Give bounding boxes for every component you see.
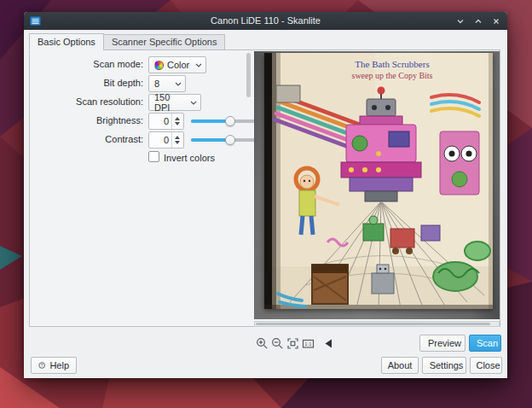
help-icon: ?: [38, 360, 45, 370]
scan-mode-label: Scan mode:: [27, 59, 143, 69]
help-button-label: Help: [49, 360, 69, 370]
color-wheel-icon: [154, 61, 164, 70]
brightness-value: 0: [149, 114, 171, 129]
invert-colors-checkbox[interactable]: [148, 151, 159, 162]
invert-colors-label: Invert colors: [164, 153, 215, 163]
preview-horizontal-scrollbar[interactable]: [254, 321, 500, 327]
zoom-out-icon[interactable]: [271, 337, 284, 350]
minimize-icon[interactable]: [455, 16, 466, 26]
svg-text:?: ?: [41, 364, 43, 368]
preview-button[interactable]: Preview: [419, 335, 466, 352]
scan-resolution-label: Scan resolution:: [27, 96, 143, 107]
settings-button-label: Settings: [430, 360, 464, 370]
window-title: Canon LiDE 110 - Skanlite: [75, 12, 456, 30]
zoom-fit-icon[interactable]: [286, 337, 299, 350]
scan-mode-select[interactable]: Color: [148, 56, 206, 73]
collapse-arrow-icon[interactable]: [322, 337, 335, 350]
scrollbar-thumb[interactable]: [256, 323, 490, 325]
zoom-actual-icon[interactable]: 1:1: [302, 337, 315, 350]
scan-mode-value: Color: [167, 60, 189, 70]
chevron-down-icon: [190, 101, 197, 105]
chevron-down-icon: [195, 63, 202, 67]
bit-depth-value: 8: [154, 79, 159, 89]
settings-button[interactable]: Settings: [422, 357, 466, 374]
scanner-app-icon: [30, 15, 41, 26]
zoom-in-icon[interactable]: [256, 337, 269, 350]
scan-button-label: Scan: [477, 338, 498, 348]
bit-depth-label: Bit depth:: [27, 78, 143, 88]
machine-drawing: [440, 131, 479, 195]
options-scrollbar[interactable]: [246, 53, 251, 97]
skanlite-window: Canon LiDE 110 - Skanlite Basic Options …: [24, 12, 507, 378]
spin-up-icon[interactable]: [175, 136, 180, 139]
brightness-spinbox[interactable]: 0: [148, 113, 184, 130]
slider-handle[interactable]: [225, 135, 235, 145]
about-button[interactable]: About: [381, 357, 419, 374]
drawing-title-line1: The Bath Scrubbers: [355, 59, 429, 69]
close-button-label: Close: [476, 360, 500, 370]
close-button[interactable]: Close: [470, 357, 502, 374]
spin-down-icon[interactable]: [175, 122, 180, 125]
preview-button-label: Preview: [428, 338, 461, 348]
scan-preview-image[interactable]: The Bath Scrubbers sweep up the Copy Bit…: [264, 53, 493, 309]
tab-scanner-specific-options[interactable]: Scanner Specific Options: [103, 34, 226, 50]
help-button[interactable]: ? Help: [31, 357, 77, 374]
contrast-spinbox[interactable]: 0: [148, 131, 184, 149]
scan-preview-area[interactable]: The Bath Scrubbers sweep up the Copy Bit…: [254, 51, 500, 319]
spin-up-icon[interactable]: [175, 117, 180, 120]
tab-bar: Basic Options Scanner Specific Options: [29, 33, 224, 50]
spinner-arrows[interactable]: [171, 114, 183, 129]
about-button-label: About: [388, 360, 413, 370]
brightness-label: Brightness:: [27, 115, 143, 125]
close-window-icon[interactable]: [491, 16, 501, 26]
chevron-down-icon: [175, 82, 182, 86]
scan-button[interactable]: Scan: [469, 335, 501, 352]
brown-hamper: [312, 265, 348, 304]
titlebar[interactable]: Canon LiDE 110 - Skanlite: [24, 12, 507, 30]
scan-resolution-value: 150 DPI: [154, 92, 188, 113]
scan-resolution-select[interactable]: 150 DPI: [148, 94, 201, 111]
maximize-icon[interactable]: [473, 16, 483, 26]
spinner-arrows[interactable]: [171, 132, 183, 148]
tab-basic-options[interactable]: Basic Options: [29, 33, 104, 50]
slider-handle[interactable]: [225, 116, 235, 126]
contrast-value: 0: [149, 132, 171, 148]
bit-depth-select[interactable]: 8: [148, 75, 186, 92]
spin-down-icon[interactable]: [175, 141, 180, 144]
drawing-title-line2: sweep up the Copy Bits: [352, 71, 433, 80]
svg-text:1:1: 1:1: [304, 341, 312, 347]
contrast-label: Contrast:: [27, 134, 143, 144]
